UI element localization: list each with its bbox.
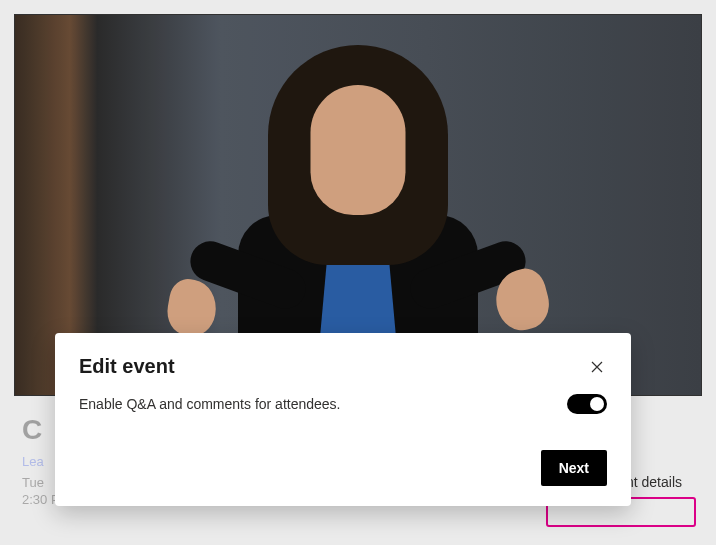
event-page: C Lea Tue 2:30 PM - 3:00 PM Share — [0, 0, 716, 545]
toggle-knob — [590, 397, 604, 411]
next-button[interactable]: Next — [541, 450, 607, 486]
modal-footer: Next — [79, 450, 607, 486]
qa-option-row: Enable Q&A and comments for attendees. — [79, 394, 607, 414]
close-button[interactable] — [587, 357, 607, 377]
modal-header: Edit event — [79, 355, 607, 378]
qa-toggle[interactable] — [567, 394, 607, 414]
close-icon — [590, 360, 604, 374]
qa-option-label: Enable Q&A and comments for attendees. — [79, 396, 341, 412]
modal-title: Edit event — [79, 355, 175, 378]
edit-event-modal: Edit event Enable Q&A and comments for a… — [55, 333, 631, 506]
